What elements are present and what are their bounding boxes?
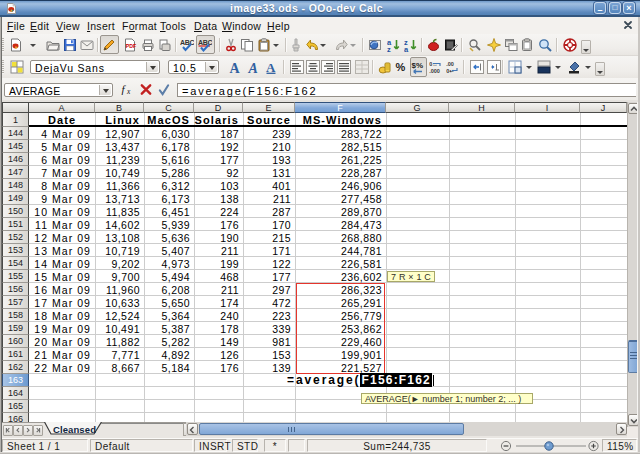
svg-text:.00: .00 bbox=[446, 61, 454, 67]
svg-text:f: f bbox=[121, 83, 126, 95]
svg-text:$%: $% bbox=[412, 61, 424, 70]
svg-text:A: A bbox=[266, 60, 276, 74]
svg-text:PDF: PDF bbox=[126, 43, 136, 49]
svg-text:x: x bbox=[126, 87, 131, 96]
svg-text:A: A bbox=[248, 61, 258, 75]
svg-text:.000: .000 bbox=[429, 68, 440, 74]
svg-text:ABC: ABC bbox=[180, 39, 194, 46]
svg-text:z: z bbox=[387, 45, 391, 53]
svg-text:A: A bbox=[230, 61, 241, 75]
svg-text:%: % bbox=[396, 61, 406, 73]
svg-text:ABC: ABC bbox=[198, 39, 212, 46]
svg-text:a: a bbox=[404, 45, 409, 53]
svg-text:Cleansed: Cleansed bbox=[53, 424, 96, 435]
